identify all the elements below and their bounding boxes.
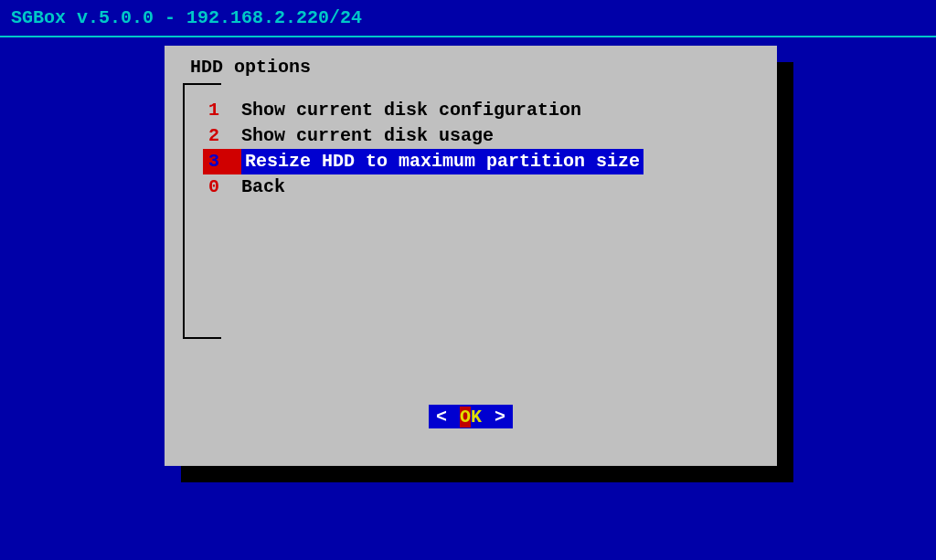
menu-number: 2	[203, 123, 241, 149]
menu-number: 3	[203, 149, 241, 174]
menu-item-resize-hdd[interactable]: 3 Resize HDD to maximum partition size	[203, 149, 759, 174]
ok-button[interactable]: < OK >	[429, 405, 513, 428]
menu-frame: 1 Show current disk configuration 2 Show…	[183, 83, 759, 339]
hdd-options-dialog: HDD options 1 Show current disk configur…	[165, 46, 777, 466]
right-bracket-icon: >	[495, 407, 505, 428]
menu-number: 0	[203, 174, 241, 200]
menu-item-show-config[interactable]: 1 Show current disk configuration	[203, 98, 759, 123]
menu-label: Show current disk configuration	[241, 98, 581, 123]
button-area: < OK >	[183, 405, 759, 428]
left-bracket-icon: <	[436, 407, 447, 428]
menu-item-back[interactable]: 0 Back	[203, 174, 759, 200]
header-bar: SGBox v.5.0.0 - 192.168.2.220/24	[0, 0, 936, 37]
menu-label: Resize HDD to maximum partition size	[241, 149, 644, 174]
menu-number: 1	[203, 98, 241, 123]
menu-label: Show current disk usage	[241, 123, 494, 149]
menu-label: Back	[241, 174, 285, 200]
menu-item-show-usage[interactable]: 2 Show current disk usage	[203, 123, 759, 149]
header-title: SGBox v.5.0.0 - 192.168.2.220/24	[11, 7, 362, 28]
ok-text: OK	[460, 407, 482, 428]
menu-items: 1 Show current disk configuration 2 Show…	[185, 98, 759, 200]
dialog-title: HDD options	[190, 57, 759, 78]
